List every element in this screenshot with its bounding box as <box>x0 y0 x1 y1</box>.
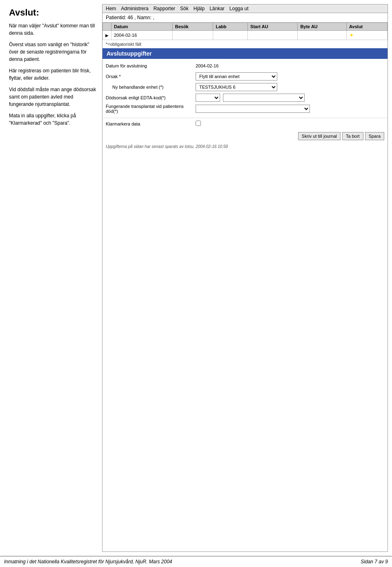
ta-bort-button[interactable]: Ta bort <box>342 132 363 140</box>
col-header-arrow <box>103 23 111 31</box>
content-area: Avslut: När man väljer "Avslut" kommer m… <box>0 0 392 556</box>
select-transplantat[interactable] <box>196 105 310 113</box>
value-datum-avslutning: 2004-02-16 <box>196 63 384 68</box>
row-arrow: ▶ <box>103 31 111 40</box>
avslutsuppgifter-header: Avslutsuppgifter <box>102 48 388 59</box>
select-ny-enhet[interactable]: TESTSJUKHUS 6 <box>196 83 277 91</box>
col-header-start-au: Start AU <box>248 23 298 31</box>
spara-button[interactable]: Spara <box>365 132 384 140</box>
form-row-transplantat: Fungerande transplantat vid patientens d… <box>106 104 384 114</box>
table-row[interactable]: ▶ 2004-02-16 ✦ <box>103 31 388 40</box>
form-row-orsak: Orsak * Flytt till annan enhet <box>106 72 384 81</box>
left-panel: Avslut: När man väljer "Avslut" kommer m… <box>4 4 102 552</box>
table-wrapper: Datum Besök Labb Start AU Byte AU Avslut… <box>102 22 388 40</box>
row-labb <box>213 31 248 40</box>
save-note: Uppgifterna på sidan har senast sparats … <box>102 143 388 150</box>
row-start-au <box>248 31 298 40</box>
label-dodsorsak: Dödsorsak enligt EDTA-kod(*) <box>106 95 196 100</box>
left-para-5: Mata in alla uppgifter, klicka på "Klarm… <box>9 112 97 127</box>
row-avslut: ✦ <box>347 31 388 40</box>
nav-rapporter[interactable]: Rapporter <box>154 6 175 11</box>
label-ny-enhet: Ny behandlande enhet (*) <box>106 85 196 90</box>
label-datum-avslutning: Datum för avslutning <box>106 63 196 68</box>
page-title: Avslut: <box>9 7 97 18</box>
left-para-3: Här registreras om patienten blir frisk,… <box>9 67 97 82</box>
value-ny-enhet: TESTSJUKHUS 6 <box>196 83 384 91</box>
row-datum: 2004-02-16 <box>111 31 173 40</box>
left-para-2: Överst visas som vanligt en "historik" ö… <box>9 41 97 63</box>
klarmarkera-checkbox[interactable] <box>196 121 201 126</box>
select-orsak[interactable]: Flytt till annan enhet <box>196 72 277 81</box>
footer-page: Sidan 7 av 9 <box>361 559 388 565</box>
col-header-datum: Datum <box>111 23 173 31</box>
nav-administrera[interactable]: Administrera <box>121 6 148 11</box>
skriv-ut-button[interactable]: Skriv ut till journal <box>298 132 341 140</box>
row-byte-au <box>298 31 347 40</box>
row-besok <box>172 31 213 40</box>
patient-id-label: Patientid: 46 , Namn: , <box>106 15 154 20</box>
label-orsak: Orsak * <box>106 74 196 79</box>
value-orsak: Flytt till annan enhet <box>196 72 384 81</box>
klarmarkera-checkbox-wrapper <box>196 121 201 127</box>
value-transplantat <box>196 105 384 113</box>
left-para-4: Vid dödsfall måste man ange dödsorsak sa… <box>9 86 97 108</box>
col-header-byte-au: Byte AU <box>298 23 347 31</box>
form-section: Datum för avslutning 2004-02-16 Orsak * … <box>102 59 388 118</box>
nav-sok[interactable]: Sök <box>180 6 189 11</box>
nav-hem[interactable]: Hem <box>106 6 116 11</box>
page-wrapper: Avslut: När man väljer "Avslut" kommer m… <box>0 0 392 567</box>
nav-lankar[interactable]: Länkar <box>209 6 225 11</box>
col-header-labb: Labb <box>213 23 248 31</box>
col-header-avslut: Avslut <box>347 23 388 31</box>
patient-info-bar: Patientid: 46 , Namn: , <box>102 13 388 22</box>
form-row-ny-enhet: Ny behandlande enhet (*) TESTSJUKHUS 6 <box>106 83 384 92</box>
nav-bar: Hem Administrera Rapporter Sök Hjälp Län… <box>102 4 388 13</box>
value-dodsorsak <box>196 94 384 102</box>
label-transplantat: Fungerande transplantat vid patientens d… <box>106 104 196 114</box>
select-dodsorsak-text[interactable] <box>223 94 305 102</box>
col-header-besok: Besök <box>172 23 213 31</box>
left-para-1: När man väljer "Avslut" kommer man till … <box>9 22 97 37</box>
history-table: Datum Besök Labb Start AU Byte AU Avslut… <box>102 22 388 40</box>
nav-logga-ut[interactable]: Logga ut <box>229 6 249 11</box>
right-panel: Hem Administrera Rapporter Sök Hjälp Län… <box>102 4 388 552</box>
obligatory-note: *=obligatoriskt fält <box>102 40 388 48</box>
klarmarkera-label: Klarmarkera data <box>106 121 196 126</box>
footer-text: Inmatning i det Nationella Kvalitetsregi… <box>4 559 172 565</box>
nav-hjalp[interactable]: Hjälp <box>194 6 205 11</box>
klarmarkera-row: Klarmarkera data <box>102 118 388 130</box>
form-row-dodsorsak: Dödsorsak enligt EDTA-kod(*) <box>106 93 384 102</box>
buttons-row: Skriv ut till journal Ta bort Spara <box>102 130 388 143</box>
form-row-datum: Datum för avslutning 2004-02-16 <box>106 61 384 70</box>
select-dodsorsak[interactable] <box>196 94 220 102</box>
page-footer: Inmatning i det Nationella Kvalitetsregi… <box>0 556 392 567</box>
